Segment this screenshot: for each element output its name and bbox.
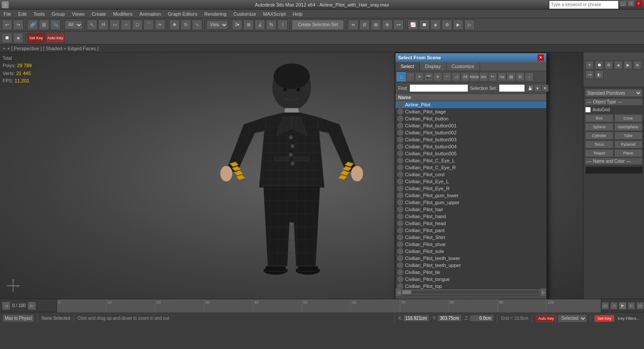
scene-list-item[interactable]: Civilian_Pilot_shoe [395, 241, 546, 248]
tab-display[interactable]: Display [420, 62, 446, 71]
schematic-btn[interactable]: 🔲 [419, 20, 429, 30]
key-mode-dropdown[interactable]: Selected [558, 315, 587, 322]
list-types-btn[interactable]: ▤ [507, 72, 515, 81]
spinner-snap-btn[interactable]: ⌇ [277, 20, 288, 30]
quick-render-btn[interactable]: ▷ [464, 20, 475, 30]
scale-btn[interactable]: ⤡ [192, 20, 202, 30]
scene-list-item[interactable]: Civilian_Pilot_Eye_L [395, 178, 546, 185]
mirror-btn[interactable]: ⇔ [348, 20, 358, 30]
scene-list-item[interactable]: Civilian_Pilot_button005 [395, 150, 546, 157]
sel-set-input[interactable] [499, 84, 525, 92]
sel-set-save-btn[interactable]: 💾 [527, 85, 534, 92]
display-subtree-btn[interactable]: ⊟ [516, 72, 525, 81]
prev-frame-btn[interactable]: ◁ [610, 302, 618, 310]
box-button[interactable]: Box [585, 114, 613, 122]
menu-group[interactable]: Group [48, 10, 68, 17]
redo-btn[interactable]: ↪ [13, 20, 24, 30]
scene-list-item[interactable]: Airline_Pilot [395, 101, 546, 108]
cone-button[interactable]: Cone [614, 114, 643, 122]
snap-3d-btn[interactable]: ⊞ [243, 20, 254, 30]
scene-list-item[interactable]: Civilian_Pilot_top [395, 283, 546, 289]
primitives-dropdown[interactable]: Standard Primitives [585, 89, 642, 97]
scroll-left-btn[interactable]: ◁ [395, 288, 402, 297]
autogrid-checkbox[interactable] [585, 107, 591, 113]
percent-btn[interactable]: 3▾ [232, 20, 242, 30]
filter-light-btn[interactable]: ☀ [415, 72, 424, 81]
scene-horizontal-scrollbar[interactable]: ◁ ▷ [395, 289, 546, 295]
scene-list-item[interactable]: Civilian_Pilot_button [395, 115, 546, 122]
scene-list-item[interactable]: Civilian_Pilot_hair [395, 206, 546, 213]
menu-create[interactable]: Create [88, 10, 109, 17]
find-input[interactable] [409, 84, 468, 92]
teapot-button[interactable]: Teapot [585, 149, 613, 157]
menu-graph-editors[interactable]: Graph Editors [164, 10, 201, 17]
sel-region-circ[interactable]: ○ [121, 20, 131, 30]
scene-object-list[interactable]: Airline_PilotCivilian_Pilot_bageCivilian… [395, 101, 546, 289]
scene-list-item[interactable]: Civilian_Pilot_button001 [395, 122, 546, 129]
filter-dropdown[interactable]: All [65, 20, 83, 30]
filter-none-btn[interactable]: None [470, 72, 479, 81]
move-btn[interactable]: ✥ [169, 20, 180, 30]
menu-help[interactable]: Help [289, 10, 306, 17]
scene-list-item[interactable]: Civilian_Pilot_Eye_R [395, 185, 546, 192]
scene-list-item[interactable]: Civilian_Pilot_teeth_lower [395, 255, 546, 262]
auto-key-btn[interactable]: Auto Key [46, 33, 65, 43]
scene-list-item[interactable]: Civilian_Pilot_Shirt [395, 234, 546, 241]
rp-icon-3[interactable]: ⚙ [604, 61, 613, 69]
rp-icon-1[interactable]: ☀ [585, 61, 594, 69]
sphere-button[interactable]: Sphere [585, 123, 613, 131]
maximize-button[interactable]: □ [627, 0, 634, 7]
scene-list-item[interactable]: Civilian_Pilot_button003 [395, 136, 546, 143]
curve-editor-btn[interactable]: 📈 [408, 20, 418, 30]
scene-list-item[interactable]: Civilian_Pilot_C_Eye_L [395, 157, 546, 164]
filter-bone-btn[interactable]: ◁ [452, 72, 460, 81]
dialog-close-button[interactable]: ✕ [538, 55, 544, 61]
play-btn[interactable]: ▶ [619, 302, 627, 310]
pyramid-button[interactable]: Pyramid [614, 140, 643, 148]
render-setup-btn[interactable]: ⚙ [442, 20, 452, 30]
scroll-right-btn[interactable]: ▷ [540, 288, 546, 297]
unlink-btn[interactable]: ⛓ [39, 20, 49, 30]
scroll-thumb[interactable] [402, 291, 411, 294]
torus-button[interactable]: Torus [585, 140, 613, 148]
rp-icon-4[interactable]: ◈ [614, 61, 623, 69]
timeline-track[interactable]: 0 10 20 30 40 50 60 70 80 90 100 [57, 299, 601, 312]
scene-list-item[interactable]: Civilian_Pilot_button004 [395, 143, 546, 150]
cancel-button[interactable]: Cancel [473, 298, 503, 299]
scene-list-item[interactable]: Civilian_Pilot_sole [395, 248, 546, 255]
undo-btn[interactable]: ↩ [2, 20, 12, 30]
filter-invert-btn[interactable]: Inv [479, 72, 488, 81]
tab-customize[interactable]: Customize [446, 62, 480, 71]
rp-icon-8[interactable]: ◐ [595, 70, 603, 79]
viewport[interactable]: Total Polys: 29 789 Verts: 21 445 FPS: 1… [0, 52, 583, 299]
auto-key-status-btn[interactable]: Auto Key [536, 315, 556, 322]
go-start-btn[interactable]: |◁ [601, 302, 609, 310]
scene-list-item[interactable]: Civilian_Pilot_pant [395, 227, 546, 234]
timeline-expand-right-btn[interactable]: ▷ [27, 301, 36, 310]
dialog-title-bar[interactable]: Select From Scene ✕ [395, 53, 546, 62]
sel-set-dropdown-btn[interactable]: ▼ [542, 85, 549, 92]
set-key-btn[interactable]: Set Key [27, 33, 45, 43]
align-btn[interactable]: ⊟ [359, 20, 370, 30]
bones-btn[interactable]: ◈ [13, 33, 24, 43]
menu-modifiers[interactable]: Modifiers [109, 10, 136, 17]
snap-toggle-btn[interactable]: 🔲 [2, 33, 12, 43]
rp-icon-5[interactable]: ▶ [624, 61, 632, 69]
clone-btn[interactable]: ⊕ [382, 20, 392, 30]
mat-editor-btn[interactable]: ◈ [430, 20, 441, 30]
scene-list-item[interactable]: Civilian_Pilot_teeth_upper [395, 262, 546, 269]
title-search-input[interactable] [549, 0, 619, 9]
vp-plus[interactable]: + [3, 46, 5, 51]
view-dropdown[interactable]: View [206, 20, 228, 30]
menu-file[interactable]: File [0, 10, 15, 17]
spacing-btn[interactable]: ⊞ [371, 20, 381, 30]
rp-icon-2[interactable]: 🔲 [595, 61, 603, 69]
sort-by-btn[interactable]: ↕ [525, 72, 534, 81]
scene-list-item[interactable]: Civilian_Pilot_button002 [395, 129, 546, 136]
cylinder-button[interactable]: Cylinder [585, 132, 613, 140]
sel-region-lasso[interactable]: ⌒ [143, 20, 154, 30]
scene-list-item[interactable]: Civilian_Pilot_C_Eye_R [395, 164, 546, 171]
select-name-btn[interactable]: H [98, 20, 109, 30]
layer-btn[interactable]: ⊶ [393, 20, 404, 30]
scene-list-item[interactable]: Civilian_Pilot_tongue [395, 276, 546, 283]
